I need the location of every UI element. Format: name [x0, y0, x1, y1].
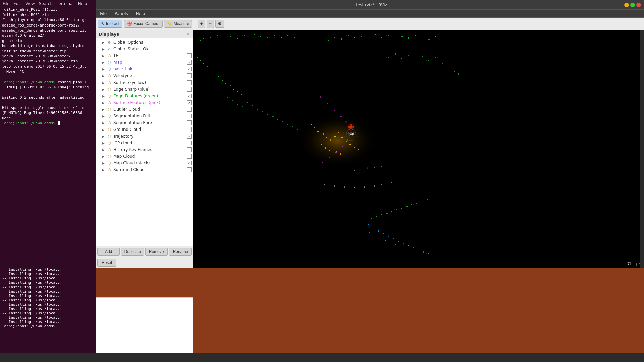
svg-rect-126: [396, 209, 397, 210]
svg-rect-45: [233, 89, 234, 90]
menu-search[interactable]: Search: [39, 1, 53, 6]
svg-rect-24: [368, 38, 368, 39]
terminal-top[interactable]: fdilink_ahrs_ROS1 (1)/ fdilink_ahrs_ROS1…: [0, 0, 96, 265]
outlier-cloud-icon: ⬡: [107, 107, 112, 112]
list-item[interactable]: ▶ ⬡ Map Cloud (stack) ✓: [96, 160, 193, 166]
velodyne-checkbox[interactable]: [187, 73, 192, 78]
surface-features-icon: ⬡: [107, 100, 112, 105]
menu-help[interactable]: Help: [134, 11, 147, 17]
maximize-button[interactable]: [630, 3, 635, 7]
item-label: Surround Cloud: [113, 167, 187, 172]
menu-terminal[interactable]: Terminal: [57, 1, 74, 6]
map-cloud-checkbox[interactable]: [187, 154, 192, 159]
svg-point-70: [327, 103, 328, 104]
svg-rect-131: [422, 201, 422, 202]
svg-rect-161: [287, 124, 288, 125]
menu-help[interactable]: Help: [78, 1, 87, 6]
map-checkbox[interactable]: ✓: [187, 60, 192, 65]
svg-rect-61: [358, 149, 359, 150]
list-item[interactable]: ▶ ⬡ Outlier Cloud: [96, 106, 193, 113]
measure-button[interactable]: 📏 Measure: [164, 20, 192, 28]
svg-rect-55: [334, 136, 336, 137]
list-item[interactable]: ▶ ⚙ Global Options: [96, 39, 193, 46]
seg-full-checkbox[interactable]: [187, 114, 192, 118]
svg-rect-41: [218, 76, 219, 77]
svg-rect-127: [401, 208, 402, 209]
history-key-frames-checkbox[interactable]: [187, 147, 192, 152]
interact-button[interactable]: ↖ Interact: [98, 20, 122, 28]
terminal-menubar: File Edit View Search Terminal Help: [0, 0, 96, 7]
list-item[interactable]: ▶ ⬡ History Key Frames: [96, 146, 193, 153]
surface-yellow-checkbox[interactable]: [187, 80, 192, 85]
add-axis-icon: +: [200, 21, 203, 27]
seg-pure-checkbox[interactable]: [187, 120, 192, 125]
menu-file[interactable]: File: [98, 11, 109, 17]
expander-icon: ▶: [102, 94, 107, 98]
add-button[interactable]: Add: [97, 248, 120, 256]
list-item[interactable]: ▶ ⬡ Surround Cloud: [96, 166, 193, 173]
list-item[interactable]: ▶ ⬡ Edge Sharp (blue): [96, 86, 193, 93]
svg-point-89: [364, 186, 365, 188]
measure-label: Measure: [174, 21, 189, 26]
svg-rect-163: [297, 129, 298, 130]
menu-panels[interactable]: Panels: [113, 11, 130, 17]
minimize-button[interactable]: [624, 3, 629, 7]
svg-rect-54: [330, 139, 331, 141]
map-cloud-stack-checkbox[interactable]: ✓: [187, 161, 192, 165]
svg-rect-22: [354, 37, 355, 38]
list-item[interactable]: ▶ ⬡ Trajectory ✓: [96, 133, 193, 140]
base-link-checkbox[interactable]: ✓: [187, 67, 192, 71]
trajectory-checkbox[interactable]: ✓: [187, 134, 192, 139]
list-item[interactable]: ▶ ⬡ Map Cloud: [96, 153, 193, 160]
menu-edit[interactable]: Edit: [13, 1, 21, 6]
svg-rect-9: [247, 37, 248, 37]
edge-sharp-checkbox[interactable]: [187, 87, 192, 92]
list-item[interactable]: ▶ ✓ Global Status: Ok: [96, 46, 193, 52]
3d-viewport[interactable]: 31 fps: [193, 30, 644, 268]
focus-camera-button[interactable]: 🎯 Focus Camera: [124, 20, 163, 28]
svg-rect-3: [210, 37, 211, 38]
duplicate-button[interactable]: Duplicate: [121, 248, 144, 256]
list-item[interactable]: ▶ ⬡ TF: [96, 52, 193, 59]
list-item[interactable]: ▶ ⬡ Edge Features (green) ✓: [96, 93, 193, 99]
remove-axis-button[interactable]: −: [207, 20, 214, 28]
menu-view[interactable]: View: [25, 1, 35, 6]
settings-button[interactable]: ⚙: [215, 20, 224, 28]
svg-point-79: [329, 157, 330, 158]
displays-close-button[interactable]: ✕: [186, 31, 190, 37]
svg-rect-162: [292, 126, 293, 127]
surface-yellow-icon: ⬡: [107, 80, 112, 85]
add-axis-button[interactable]: +: [198, 20, 205, 28]
list-item[interactable]: ▶ ⬡ Velodyne: [96, 72, 193, 79]
display-list[interactable]: ▶ ⚙ Global Options ▶ ✓ Global Status: Ok…: [96, 38, 193, 246]
svg-rect-101: [378, 230, 379, 232]
surface-features-checkbox[interactable]: ✓: [187, 100, 192, 105]
edge-features-checkbox[interactable]: ✓: [187, 94, 192, 98]
list-item[interactable]: ▶ ⬡ map ✓: [96, 59, 193, 66]
close-button[interactable]: [636, 3, 641, 7]
list-item[interactable]: ▶ ⬡ Surface Features (pink) ✓: [96, 99, 193, 106]
tf-checkbox[interactable]: [187, 53, 192, 58]
outlier-cloud-checkbox[interactable]: [187, 107, 192, 112]
list-item[interactable]: ▶ ⬡ Segmentation Full: [96, 113, 193, 119]
list-item[interactable]: ▶ ⬡ base_link ✓: [96, 66, 193, 72]
list-item[interactable]: ▶ ⬡ ICP cloud: [96, 140, 193, 146]
reset-button[interactable]: Reset: [97, 259, 116, 267]
remove-button[interactable]: Remove: [145, 248, 168, 256]
list-item[interactable]: ▶ ⬡ Surface (yellow): [96, 79, 193, 86]
svg-rect-116: [385, 240, 386, 241]
surround-cloud-checkbox[interactable]: [187, 167, 192, 172]
list-item[interactable]: ▶ ⬡ Ground Cloud: [96, 126, 193, 133]
expander-icon: ▶: [102, 88, 107, 91]
icp-cloud-checkbox[interactable]: [187, 141, 192, 145]
svg-rect-145: [450, 69, 451, 69]
ground-cloud-checkbox[interactable]: [187, 127, 192, 132]
list-item[interactable]: ▶ ⬡ Segmentation Pure: [96, 119, 193, 126]
viewport-scrollbar[interactable]: [640, 30, 644, 268]
terminal-bottom[interactable]: -- Installing: /usr/loca... -- Installin…: [0, 265, 96, 362]
menu-file[interactable]: File: [3, 1, 9, 6]
svg-rect-160: [282, 121, 283, 122]
taskbar[interactable]: [0, 353, 644, 362]
rename-button[interactable]: Rename: [169, 248, 192, 256]
svg-rect-17: [301, 36, 301, 37]
